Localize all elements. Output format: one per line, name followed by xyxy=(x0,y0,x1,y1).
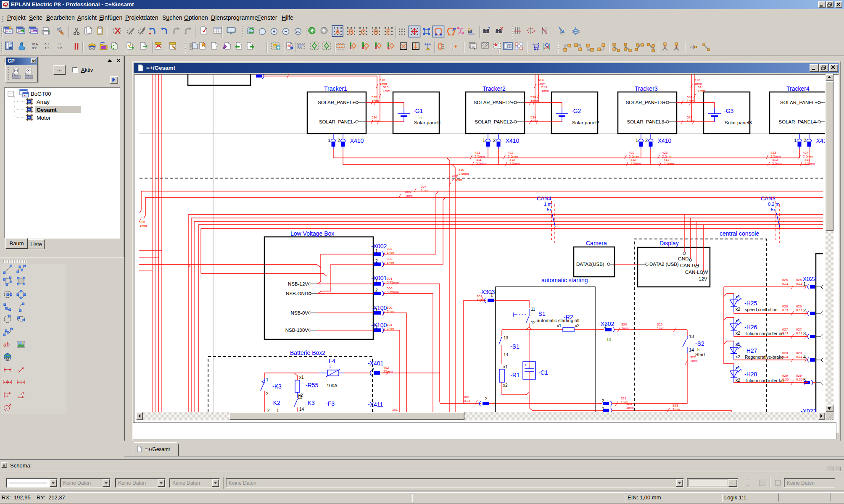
svg-text:-X410: -X410 xyxy=(504,137,520,144)
svg-text:Tracker1: Tracker1 xyxy=(324,85,347,92)
svg-text:1: 1 xyxy=(483,138,485,143)
svg-text:GND: GND xyxy=(678,256,689,261)
svg-text:3: 3 xyxy=(803,331,806,336)
svg-text:+: + xyxy=(525,363,527,367)
svg-text:x2: x2 xyxy=(575,323,580,328)
svg-text:-G3: -G3 xyxy=(724,108,734,114)
svg-text:SOLAR_PANEL3-: SOLAR_PANEL3- xyxy=(627,119,666,124)
svg-text:-K3: -K3 xyxy=(272,383,282,390)
svg-text:1mm: 1mm xyxy=(541,89,549,93)
svg-text:000: 000 xyxy=(387,286,393,290)
svg-text:-G2: -G2 xyxy=(571,108,581,114)
svg-text:automatic starting off: automatic starting off xyxy=(537,318,580,323)
svg-text:.5: .5 xyxy=(696,347,700,352)
svg-text:1 2: 1 2 xyxy=(57,46,62,50)
svg-text:-H27: -H27 xyxy=(744,347,757,354)
svg-text:DATA2(USB): DATA2(USB) xyxy=(576,262,604,267)
svg-text:1: 1 xyxy=(794,138,797,143)
svg-text:.10: .10 xyxy=(605,337,611,342)
svg-text:1: 1 xyxy=(636,138,638,143)
svg-text:Solar panel2: Solar panel2 xyxy=(572,120,599,125)
svg-text:x1: x1 xyxy=(299,375,304,380)
svg-text:automatic starting: automatic starting xyxy=(541,277,588,284)
svg-text:SOLAR_PANEL3+: SOLAR_PANEL3+ xyxy=(626,100,666,105)
svg-text:320: 320 xyxy=(621,323,627,326)
svg-text:323: 323 xyxy=(673,404,678,407)
svg-text:-K3: -K3 xyxy=(306,399,315,406)
svg-text:SOLAR_PANEL2-: SOLAR_PANEL2- xyxy=(475,119,514,124)
svg-text:2: 2 xyxy=(645,138,648,143)
svg-text:1 2: 1 2 xyxy=(45,46,50,50)
svg-text:CAN3: CAN3 xyxy=(761,195,775,202)
svg-text:1: 1 xyxy=(328,138,330,143)
svg-text:Solar panel3: Solar panel3 xyxy=(725,120,752,125)
svg-text:2: 2 xyxy=(267,408,270,412)
svg-text:535: 535 xyxy=(372,95,377,99)
svg-text:-C1: -C1 xyxy=(538,369,548,376)
svg-text:-X411: -X411 xyxy=(368,401,383,408)
svg-text:0.11: 0.11 xyxy=(796,282,803,286)
svg-text:12: 12 xyxy=(531,320,536,325)
svg-text:↕ ↕: ↕ ↕ xyxy=(57,42,61,46)
svg-text:1: 1 xyxy=(803,281,806,286)
svg-text:-H25: -H25 xyxy=(744,300,757,307)
svg-text:-X100: -X100 xyxy=(371,322,387,328)
svg-text:2,5mm: 2,5mm xyxy=(772,162,783,165)
svg-text:1mm: 1mm xyxy=(657,326,665,330)
svg-text:5x: 5x xyxy=(771,207,776,212)
svg-text:1mm: 1mm xyxy=(690,359,698,363)
svg-text:100: 100 xyxy=(387,306,393,310)
svg-text:322: 322 xyxy=(690,355,696,359)
svg-text:x2: x2 xyxy=(736,378,740,383)
svg-text:532: 532 xyxy=(687,116,693,119)
svg-text:01⇆: 01⇆ xyxy=(32,42,39,46)
svg-text:0 ↕: 0 ↕ xyxy=(45,42,49,46)
svg-text:536: 536 xyxy=(372,116,377,119)
svg-text:-R1: -R1 xyxy=(510,372,520,378)
svg-text:0.35: 0.35 xyxy=(796,378,803,381)
svg-text:4: 4 xyxy=(803,354,806,360)
svg-text:2,5mm: 2,5mm xyxy=(664,162,674,165)
svg-text:421: 421 xyxy=(475,151,480,155)
svg-text:Tracker2: Tracker2 xyxy=(483,85,506,92)
svg-text:SOLAR_PANEL4-: SOLAR_PANEL4- xyxy=(779,119,818,124)
svg-text:central console: central console xyxy=(720,230,759,237)
svg-text:320: 320 xyxy=(657,323,663,326)
svg-text:2,5mm: 2,5mm xyxy=(804,162,815,165)
svg-text:0.74: 0.74 xyxy=(464,399,471,403)
svg-text:513: 513 xyxy=(541,85,547,89)
svg-text:301: 301 xyxy=(477,294,483,298)
svg-text:001: 001 xyxy=(387,277,393,281)
svg-text:412: 412 xyxy=(509,158,515,162)
svg-text:Tracker3: Tracker3 xyxy=(635,85,658,92)
svg-text:13: 13 xyxy=(689,334,694,339)
svg-text:Batterie Box2: Batterie Box2 xyxy=(290,349,325,356)
svg-text:12V: 12V xyxy=(699,276,707,281)
svg-text:-K2: -K2 xyxy=(271,399,280,406)
svg-text:025: 025 xyxy=(796,278,802,282)
svg-text:516: 516 xyxy=(380,78,385,82)
svg-text:BoGT00: BoGT00 xyxy=(31,91,51,97)
svg-text:14: 14 xyxy=(689,347,694,352)
svg-text:SOLAR_PANEL+: SOLAR_PANEL+ xyxy=(318,100,355,105)
svg-text:SOLAR_PANEL-: SOLAR_PANEL- xyxy=(319,119,355,124)
svg-text:1mm: 1mm xyxy=(698,89,705,93)
svg-text:026: 026 xyxy=(796,304,802,308)
svg-text:-R55: -R55 xyxy=(306,382,319,388)
svg-text:NSB-12V: NSB-12V xyxy=(288,281,308,286)
svg-text:1: 1 xyxy=(277,408,279,412)
svg-text:14: 14 xyxy=(299,407,304,412)
svg-text:2,5mm: 2,5mm xyxy=(509,162,520,165)
svg-text:002: 002 xyxy=(387,257,393,261)
svg-text:410: 410 xyxy=(459,168,464,172)
svg-text:413: 413 xyxy=(664,158,670,162)
svg-text:1mm: 1mm xyxy=(626,406,634,410)
svg-text:DATA2 (USB): DATA2 (USB) xyxy=(649,262,679,267)
svg-text:-X100: -X100 xyxy=(371,304,387,311)
svg-text:0.11: 0.11 xyxy=(782,282,789,286)
svg-text:Gesamt: Gesamt xyxy=(37,107,57,113)
svg-text:x2: x2 xyxy=(736,307,740,312)
svg-text:Display: Display xyxy=(659,240,679,247)
svg-text:534: 534 xyxy=(530,116,536,119)
svg-text:-X002: -X002 xyxy=(371,243,387,249)
